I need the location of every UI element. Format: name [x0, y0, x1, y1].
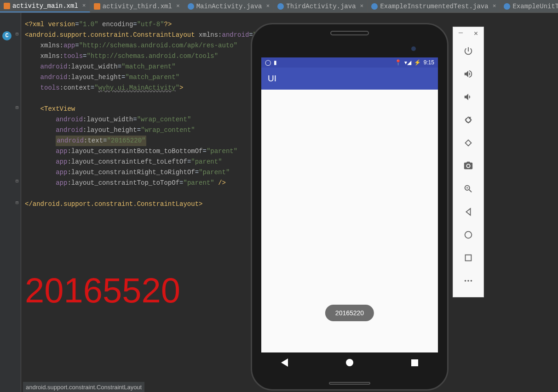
c-right: parent	[203, 169, 226, 176]
tab-example-unit-test[interactable]: ExampleUnitTest.java ×	[500, 0, 558, 12]
home-button[interactable]	[459, 225, 477, 244]
xml-file-icon	[94, 3, 100, 10]
close-tag: android.support.constraint.ConstraintLay…	[33, 200, 199, 208]
breadcrumb[interactable]: android.support.constraint.ConstraintLay…	[23, 382, 144, 392]
tab-example-instrumented-test[interactable]: ExampleInstrumentedTest.java ×	[368, 0, 500, 12]
status-circle-icon: ◯	[265, 59, 271, 66]
speaker-grille	[329, 382, 370, 385]
textview-tag: TextView	[44, 105, 75, 113]
java-file-icon	[504, 3, 510, 10]
back-button[interactable]	[459, 202, 477, 222]
tv-text: 20165220	[111, 137, 142, 144]
emulator-window: ◯ ▮ 📍 ▾◢ ⚡ 9:15 UI 20165220	[251, 23, 449, 391]
close-icon[interactable]: ×	[266, 3, 270, 10]
status-sim-icon: ▮	[274, 59, 277, 66]
fold-icon[interactable]: ⊟	[16, 31, 18, 37]
breadcrumb-text: android.support.constraint.ConstraintLay…	[26, 384, 142, 391]
overview-button[interactable]	[459, 248, 477, 267]
minimize-icon[interactable]: —	[459, 29, 463, 38]
tab-label: activity_main.xml	[12, 2, 78, 10]
more-button[interactable]	[459, 271, 477, 290]
rotate-right-button[interactable]	[459, 133, 477, 153]
close-icon[interactable]: ✕	[474, 29, 478, 38]
toast: 20165220	[325, 305, 374, 321]
close-icon[interactable]: ×	[360, 3, 364, 10]
xml-version: 1.0	[83, 21, 94, 28]
app-title: UI	[268, 74, 276, 84]
svg-point-5	[467, 280, 469, 282]
svg-point-4	[465, 280, 466, 282]
svg-rect-1	[466, 140, 472, 146]
rotate-left-button[interactable]	[459, 110, 477, 130]
fold-icon[interactable]: ⊟	[16, 178, 18, 184]
tab-label: activity_third.xml	[103, 3, 172, 10]
c-left: parent	[195, 158, 218, 165]
emulator-toolbar: — ✕	[453, 27, 484, 297]
xml-encoding: utf-8	[141, 21, 160, 28]
close-icon[interactable]: ×	[82, 2, 86, 9]
java-file-icon	[277, 3, 284, 10]
xmlns-app: http://schemas.android.com/apk/res-auto	[83, 42, 234, 49]
layout-width: match_parent	[125, 63, 172, 70]
editor-tab-bar: activity_main.xml × activity_third.xml ×…	[0, 0, 558, 13]
svg-rect-0	[466, 117, 472, 123]
power-button[interactable]	[459, 41, 477, 61]
app-bar: UI	[261, 68, 438, 90]
camera-button[interactable]	[459, 156, 477, 176]
status-bar: ◯ ▮ 📍 ▾◢ ⚡ 9:15	[261, 57, 438, 68]
svg-point-2	[465, 232, 472, 239]
layout-height: match_parent	[129, 74, 176, 81]
nav-home-icon[interactable]	[346, 359, 353, 366]
overlay-number: 20165520	[25, 270, 180, 310]
tv-width: wrap_content	[141, 116, 187, 123]
volume-up-button[interactable]	[459, 64, 477, 84]
tv-height: wrap_content	[144, 126, 191, 134]
java-file-icon	[188, 3, 194, 10]
close-icon[interactable]: ×	[493, 3, 496, 10]
phone-frame: ◯ ▮ 📍 ▾◢ ⚡ 9:15 UI 20165220	[251, 23, 449, 391]
fold-icon[interactable]: ⊟	[16, 200, 18, 205]
volume-down-button[interactable]	[459, 87, 477, 107]
java-file-icon	[371, 3, 378, 10]
phone-screen[interactable]: ◯ ▮ 📍 ▾◢ ⚡ 9:15 UI 20165220	[261, 57, 438, 352]
xmlns-tools: http://schemas.android.com/tools	[91, 52, 214, 60]
nav-back-icon[interactable]	[281, 358, 288, 367]
wifi-icon: ▾◢	[404, 59, 411, 66]
zoom-button[interactable]	[459, 179, 477, 199]
location-icon: 📍	[395, 59, 402, 66]
status-time: 9:15	[424, 59, 434, 66]
gutter: C ⊟ ⊟ ⊟ ⊟	[0, 13, 21, 392]
tab-label: ExampleUnitTest.java	[512, 3, 558, 10]
camera-dot	[411, 46, 416, 51]
tab-main-activity[interactable]: MainActivity.java ×	[184, 0, 274, 12]
nav-overview-icon[interactable]	[411, 359, 418, 366]
c-top: parent	[187, 179, 210, 187]
tab-label: MainActivity.java	[196, 3, 262, 10]
battery-icon: ⚡	[414, 59, 421, 66]
svg-point-6	[471, 280, 472, 282]
tab-label: ThirdActivity.java	[286, 3, 356, 10]
nav-buttons	[252, 353, 447, 372]
tab-label: ExampleInstrumentedTest.java	[380, 3, 488, 10]
xml-file-icon	[4, 3, 10, 9]
tools-context: wyhy.ui.MainActivity	[98, 84, 176, 91]
class-icon: C	[2, 31, 12, 40]
close-icon[interactable]: ×	[176, 3, 180, 10]
svg-rect-3	[466, 255, 472, 261]
c-bottom: parent	[210, 148, 233, 155]
toast-text: 20165220	[335, 309, 364, 317]
tab-activity-main[interactable]: activity_main.xml ×	[0, 0, 90, 12]
root-tag: android.support.constraint.ConstraintLay…	[29, 31, 195, 39]
tab-third-activity[interactable]: ThirdActivity.java ×	[274, 0, 368, 12]
tab-activity-third[interactable]: activity_third.xml ×	[90, 0, 184, 12]
fold-icon[interactable]: ⊟	[16, 105, 18, 110]
